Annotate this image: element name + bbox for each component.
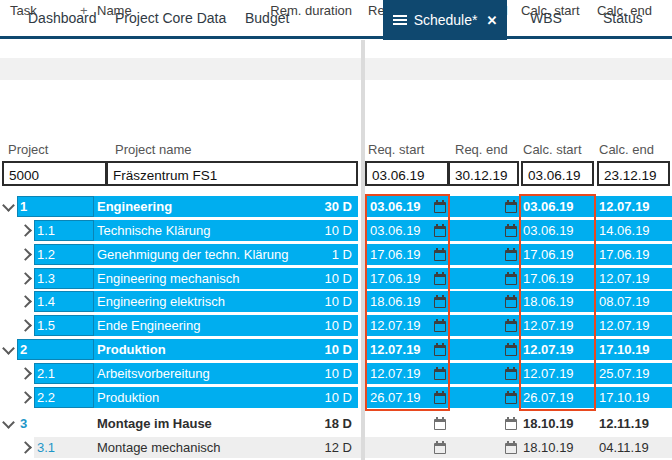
tab-project-core-data[interactable]: Project Core Data: [115, 0, 226, 36]
project-id-field[interactable]: 5000: [2, 161, 107, 186]
task-row[interactable]: 1.1Technische Klärung10 D03.06.1903.06.1…: [0, 220, 672, 241]
task-rem-duration[interactable]: 1 D: [332, 244, 352, 265]
calendar-icon[interactable]: [505, 250, 517, 261]
chevron-right-icon[interactable]: [19, 441, 32, 454]
task-name[interactable]: Engineering: [97, 196, 172, 217]
task-rem-duration[interactable]: 10 D: [325, 268, 352, 289]
task-name[interactable]: Montage im Hause: [97, 413, 212, 434]
task-number[interactable]: 1: [20, 196, 27, 217]
task-number[interactable]: 3: [20, 413, 27, 434]
task-number[interactable]: 1.5: [37, 315, 55, 336]
task-calc-start[interactable]: 17.06.19: [523, 244, 574, 265]
hamburger-icon[interactable]: [393, 13, 407, 27]
task-name[interactable]: Produktion: [97, 339, 166, 360]
task-row[interactable]: 1.4Engineering elektrisch10 D18.06.1918.…: [0, 291, 672, 312]
task-number[interactable]: 1.1: [37, 220, 55, 241]
task-req-start[interactable]: 03.06.19: [370, 196, 421, 217]
task-calc-start[interactable]: 12.07.19: [523, 339, 574, 360]
task-rem-duration[interactable]: 10 D: [325, 339, 352, 360]
calendar-icon[interactable]: [434, 297, 446, 308]
calendar-icon[interactable]: [505, 274, 517, 285]
task-row[interactable]: 2Produktion10 D12.07.1912.07.1917.10.19: [0, 339, 672, 360]
task-row[interactable]: 1Engineering30 D03.06.1903.06.1912.07.19: [0, 196, 672, 217]
task-name[interactable]: Engineering elektrisch: [97, 291, 225, 312]
task-calc-start[interactable]: 12.07.19: [523, 363, 574, 384]
task-req-start[interactable]: 18.06.19: [370, 291, 421, 312]
task-calc-start[interactable]: 03.06.19: [523, 196, 574, 217]
calendar-icon[interactable]: [434, 250, 446, 261]
calendar-icon[interactable]: [434, 369, 446, 380]
calendar-icon[interactable]: [434, 443, 446, 454]
task-calc-start[interactable]: 26.07.19: [523, 387, 574, 408]
task-calc-start[interactable]: 18.10.19: [523, 413, 574, 434]
close-icon[interactable]: ✕: [486, 13, 497, 28]
task-number-cell[interactable]: [17, 339, 94, 360]
task-rem-duration[interactable]: 30 D: [325, 196, 352, 217]
task-rem-duration[interactable]: 10 D: [325, 315, 352, 336]
chevron-right-icon[interactable]: [19, 367, 32, 380]
calendar-icon[interactable]: [505, 393, 517, 404]
task-calc-start[interactable]: 03.06.19: [523, 220, 574, 241]
calendar-icon[interactable]: [505, 202, 517, 213]
project-calc-start-field[interactable]: 03.06.19: [521, 161, 594, 186]
calendar-icon[interactable]: [434, 345, 446, 356]
chevron-down-icon[interactable]: [2, 199, 15, 212]
calendar-icon[interactable]: [505, 443, 517, 454]
task-number-cell[interactable]: [17, 196, 94, 217]
task-calc-start[interactable]: 17.06.19: [523, 268, 574, 289]
task-row[interactable]: 2.2Produktion10 D26.07.1926.07.1917.10.1…: [0, 387, 672, 408]
task-req-start[interactable]: 17.06.19: [370, 244, 421, 265]
project-req-start-field[interactable]: 03.06.19: [365, 161, 449, 186]
task-number[interactable]: 1.4: [37, 291, 55, 312]
task-row[interactable]: 2.1Arbeitsvorbereitung10 D12.07.1912.07.…: [0, 363, 672, 384]
task-name[interactable]: Montage mechanisch: [97, 437, 221, 458]
task-number[interactable]: 2: [20, 339, 27, 360]
task-req-start[interactable]: 03.06.19: [370, 220, 421, 241]
task-name[interactable]: Ende Engineering: [97, 315, 200, 336]
calendar-icon[interactable]: [505, 321, 517, 332]
project-req-end-field[interactable]: 30.12.19: [448, 161, 519, 186]
chevron-down-icon[interactable]: [2, 416, 15, 429]
task-name[interactable]: Produktion: [97, 387, 159, 408]
calendar-icon[interactable]: [434, 393, 446, 404]
plus-icon[interactable]: +: [80, 0, 88, 22]
task-number[interactable]: 1.2: [37, 244, 55, 265]
task-row[interactable]: 1.5Ende Engineering10 D12.07.1912.07.191…: [0, 315, 672, 336]
task-rem-duration[interactable]: 10 D: [325, 220, 352, 241]
task-row[interactable]: 1.3Engineering mechanisch10 D17.06.1917.…: [0, 268, 672, 289]
task-calc-end[interactable]: 04.11.19: [599, 437, 649, 458]
project-calc-end-field[interactable]: 23.12.19: [597, 161, 670, 186]
task-number[interactable]: 2.2: [37, 387, 55, 408]
calendar-icon[interactable]: [505, 369, 517, 380]
pane-divider[interactable]: [361, 40, 365, 460]
task-calc-end[interactable]: 17.06.19: [599, 244, 650, 265]
task-number[interactable]: 3.1: [37, 437, 55, 458]
task-req-start[interactable]: 12.07.19: [370, 339, 421, 360]
task-calc-end[interactable]: 17.10.19: [599, 387, 650, 408]
task-req-start[interactable]: 26.07.19: [370, 387, 421, 408]
calendar-icon[interactable]: [434, 321, 446, 332]
task-req-start[interactable]: 12.07.19: [370, 315, 421, 336]
task-calc-end[interactable]: 14.06.19: [599, 220, 650, 241]
tab-schedule[interactable]: Schedule* ✕: [383, 0, 507, 40]
calendar-icon[interactable]: [434, 226, 446, 237]
chevron-right-icon[interactable]: [19, 295, 32, 308]
chevron-right-icon[interactable]: [19, 319, 32, 332]
task-calc-end[interactable]: 12.11.19: [599, 413, 649, 434]
task-name[interactable]: Engineering mechanisch: [97, 268, 239, 289]
task-rem-duration[interactable]: 10 D: [325, 291, 352, 312]
task-calc-end[interactable]: 25.07.19: [599, 363, 650, 384]
calendar-icon[interactable]: [434, 202, 446, 213]
calendar-icon[interactable]: [505, 419, 517, 430]
chevron-right-icon[interactable]: [19, 224, 32, 237]
task-calc-end[interactable]: 12.07.19: [599, 268, 650, 289]
calendar-icon[interactable]: [505, 297, 517, 308]
task-number[interactable]: 2.1: [37, 363, 55, 384]
task-name[interactable]: Genehmigung der techn. Klärung: [97, 244, 289, 265]
chevron-right-icon[interactable]: [19, 248, 32, 261]
project-name-field[interactable]: Fräszentrum FS1: [106, 161, 358, 186]
task-calc-end[interactable]: 12.07.19: [599, 315, 650, 336]
chevron-right-icon[interactable]: [19, 391, 32, 404]
task-calc-start[interactable]: 18.10.19: [523, 437, 574, 458]
task-row[interactable]: 3.1Montage mechanisch12 D18.10.1904.11.1…: [0, 437, 672, 458]
